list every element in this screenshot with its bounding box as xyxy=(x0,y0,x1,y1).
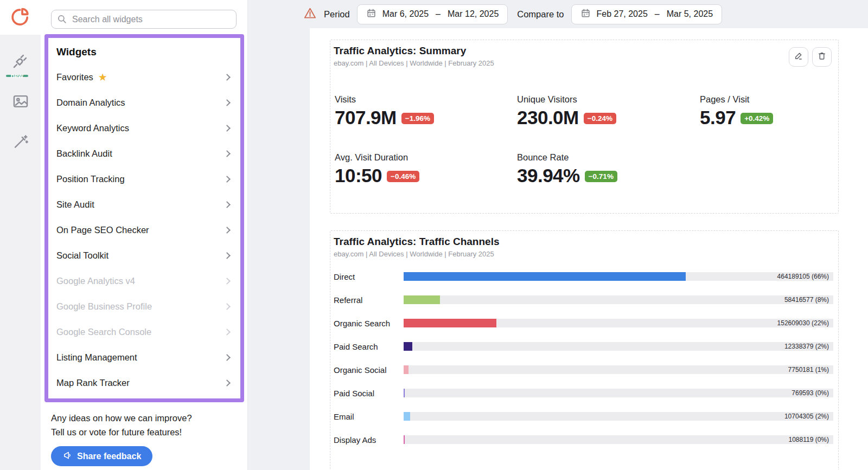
sidebar-item-google-analytics-v4: Google Analytics v4 xyxy=(48,268,240,294)
bar-track: 7750181 (1%) xyxy=(404,365,833,374)
media-images-button[interactable] xyxy=(11,92,30,111)
sidebar-item-label: Google Business Profile xyxy=(56,301,152,312)
star-icon: ★ xyxy=(98,72,107,82)
sidebar-item-label: Position Tracking xyxy=(56,174,125,184)
sidebar-item-label: Social Toolkit xyxy=(56,250,108,261)
metric-value: 39.94%−0.71% xyxy=(517,165,700,186)
megaphone-icon xyxy=(62,450,72,462)
compare-end-date: Mar 5, 2025 xyxy=(667,9,713,19)
chevron-right-icon xyxy=(224,176,231,183)
period-start-date: Mar 6, 2025 xyxy=(382,9,429,19)
metric-label: Unique Visitors xyxy=(517,94,700,105)
sidebar-item-backlink-audit[interactable]: Backlink Audit xyxy=(48,141,240,166)
metric-value: 10:50−0.46% xyxy=(335,165,517,186)
channel-label: Display Ads xyxy=(334,435,404,445)
widget-actions xyxy=(789,45,834,67)
sidebar-item-map-rank-tracker[interactable]: Map Rank Tracker xyxy=(48,370,240,396)
date-controls-bar: Period Mar 6, 2025 – Mar 12, 2025 Compar… xyxy=(248,0,868,28)
widget-header: Traffic Analytics: Summary ebay.com | Al… xyxy=(334,45,834,67)
channel-row-email: Email 10704305 (2%) xyxy=(334,412,833,421)
sidebar-item-favorites[interactable]: Favorites ★ xyxy=(48,65,240,90)
channel-label: Paid Search xyxy=(334,342,404,351)
chevron-right-icon xyxy=(224,99,231,106)
channel-label: Direct xyxy=(334,272,404,281)
sidebar-item-domain-analytics[interactable]: Domain Analytics xyxy=(48,90,240,115)
channel-row-organic-search: Organic Search 152609030 (22%) xyxy=(334,319,833,327)
bar-track: 10704305 (2%) xyxy=(404,412,833,421)
calendar-icon xyxy=(366,8,376,21)
sidebar-item-on-page-seo-checker[interactable]: On Page SEO Checker xyxy=(48,217,240,243)
sidebar-item-label: Keyword Analytics xyxy=(56,123,129,133)
share-feedback-button[interactable]: Share feedback xyxy=(51,446,152,466)
bar-value-label: 1088119 (0%) xyxy=(789,436,829,443)
compare-to-label: Compare to xyxy=(517,9,564,20)
new-badge: new xyxy=(6,75,28,77)
sidebar-item-keyword-analytics[interactable]: Keyword Analytics xyxy=(48,115,240,141)
delete-widget-button[interactable] xyxy=(812,47,832,67)
sidebar-item-label: Map Rank Tracker xyxy=(56,378,130,388)
chevron-right-icon xyxy=(224,201,231,208)
bar-track: 1088119 (0%) xyxy=(404,435,833,444)
sidebar-item-label: On Page SEO Checker xyxy=(56,225,149,235)
metric-pages-per-visit: Pages / Visit 5.97+0.42% xyxy=(700,94,834,128)
image-icon xyxy=(11,103,30,112)
sidebar-item-label: Listing Management xyxy=(56,352,137,363)
sidebar-item-social-toolkit[interactable]: Social Toolkit xyxy=(48,243,240,268)
chevron-right-icon xyxy=(224,150,231,157)
widget-header: Traffic Analytics: Traffic Channels ebay… xyxy=(334,236,834,258)
channel-row-display-ads: Display Ads 1088119 (0%) xyxy=(334,435,833,444)
compare-start-date: Feb 27, 2025 xyxy=(597,9,648,19)
edit-widget-button[interactable] xyxy=(789,47,808,67)
main-area: Period Mar 6, 2025 – Mar 12, 2025 Compar… xyxy=(248,0,868,470)
widget-title: Traffic Analytics: Summary xyxy=(334,45,494,57)
bar-track: 152609030 (22%) xyxy=(404,319,833,327)
channel-row-paid-social: Paid Social 769593 (0%) xyxy=(334,389,833,397)
search-input[interactable] xyxy=(51,10,237,29)
period-date-picker[interactable]: Mar 6, 2025 – Mar 12, 2025 xyxy=(357,4,508,24)
widgets-panel: Widgets Favorites ★ Domain Analytics Key… xyxy=(44,34,244,402)
metric-value: 5.97+0.42% xyxy=(700,107,834,128)
bar-organic-social xyxy=(404,365,409,374)
channel-label: Organic Search xyxy=(334,319,404,328)
summary-metrics: Visits 707.9M−1.96% Unique Visitors 230.… xyxy=(334,94,834,186)
bar-paid-search xyxy=(404,342,412,351)
warning-icon xyxy=(303,7,317,22)
metric-label: Bounce Rate xyxy=(517,152,700,163)
metric-label: Pages / Visit xyxy=(700,94,834,105)
bar-paid-social xyxy=(404,389,405,397)
bar-track: 464189105 (66%) xyxy=(404,272,833,281)
widget-title: Traffic Analytics: Traffic Channels xyxy=(334,236,500,248)
compare-date-picker[interactable]: Feb 27, 2025 – Mar 5, 2025 xyxy=(571,4,723,24)
bar-display-ads xyxy=(404,435,405,444)
channel-row-organic-social: Organic Social 7750181 (1%) xyxy=(334,365,833,374)
integrations-plug-button[interactable]: new xyxy=(11,51,30,70)
sidebar-item-site-audit[interactable]: Site Audit xyxy=(48,192,240,217)
bar-value-label: 769593 (0%) xyxy=(792,389,829,397)
sidebar-item-listing-management[interactable]: Listing Management xyxy=(48,345,240,370)
pie-chart-logo-icon xyxy=(10,5,31,29)
widgets-panel-title: Widgets xyxy=(56,46,232,58)
bar-track: 58416577 (8%) xyxy=(404,295,833,304)
bar-value-label: 12338379 (2%) xyxy=(784,343,829,350)
chevron-right-icon xyxy=(224,303,231,310)
period-end-date: Mar 12, 2025 xyxy=(448,9,499,19)
feedback-line2: Tell us or vote for future features! xyxy=(51,425,237,439)
metric-label: Visits xyxy=(335,94,517,105)
channel-row-direct: Direct 464189105 (66%) xyxy=(334,272,833,281)
metric-unique-visitors: Unique Visitors 230.0M−0.24% xyxy=(517,94,700,128)
sidebar-item-position-tracking[interactable]: Position Tracking xyxy=(48,166,240,192)
wand-icon xyxy=(11,143,30,152)
change-badge: +0.42% xyxy=(741,113,773,124)
channel-row-paid-search: Paid Search 12338379 (2%) xyxy=(334,342,833,351)
channel-label: Email xyxy=(334,412,404,421)
sidebar-item-label: Favorites xyxy=(56,72,93,82)
traffic-channels-widget: Traffic Analytics: Traffic Channels ebay… xyxy=(330,230,839,470)
trash-icon xyxy=(817,51,827,63)
app-logo[interactable] xyxy=(0,0,41,35)
bar-value-label: 58416577 (8%) xyxy=(784,296,829,304)
channels-bar-chart: Direct 464189105 (66%) Referral 58416577… xyxy=(334,272,834,444)
chevron-right-icon xyxy=(224,125,231,132)
magic-tools-button[interactable] xyxy=(11,132,30,151)
traffic-summary-widget: Traffic Analytics: Summary ebay.com | Al… xyxy=(330,40,839,214)
change-badge: −0.71% xyxy=(585,171,617,182)
